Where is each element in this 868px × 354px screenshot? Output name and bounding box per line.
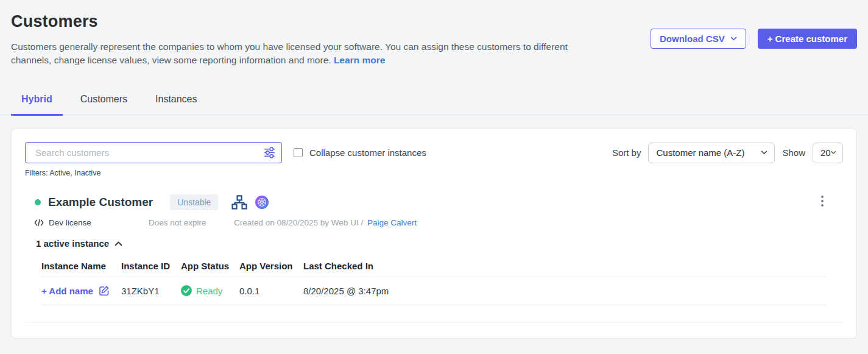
kubernetes-icon [255, 196, 269, 209]
sort-select-value: Customer name (A-Z) [656, 147, 744, 158]
customer-block: Example Customer Unstable [25, 193, 843, 322]
search-input[interactable] [25, 142, 282, 163]
collapse-instances-label: Collapse customer instances [309, 147, 426, 158]
instance-id-value: 31ZKbY1 [121, 286, 181, 296]
col-last-checked-in: Last Checked In [303, 261, 827, 271]
license-type-label: Dev license [49, 218, 91, 227]
sort-by-label: Sort by [612, 147, 641, 158]
add-name-label: + Add name [41, 286, 93, 296]
chevron-down-icon [831, 150, 836, 155]
code-icon [34, 219, 44, 227]
download-csv-button[interactable]: Download CSV [651, 29, 746, 49]
page-description-text: Customers generally represent the compan… [11, 41, 568, 65]
customer-menu-button[interactable] [817, 193, 827, 211]
instances-toggle-label: 1 active instance [36, 238, 109, 249]
chevron-down-icon [730, 37, 737, 41]
customers-card: Collapse customer instances Sort by Cust… [11, 128, 857, 339]
header-actions: Download CSV + Create customer [651, 29, 857, 49]
customer-name[interactable]: Example Customer [48, 196, 153, 209]
chevron-down-icon [761, 150, 767, 155]
expiration-text: Does not expire [149, 218, 234, 227]
col-app-version: App Version [239, 261, 303, 271]
edit-icon [99, 285, 110, 296]
customers-page: Customers Customers generally represent … [0, 0, 868, 354]
tab-customers[interactable]: Customers [70, 88, 138, 116]
app-status-value: Ready [196, 286, 222, 296]
sort-select[interactable]: Customer name (A-Z) [648, 143, 775, 163]
collapse-instances-checkbox[interactable] [294, 148, 303, 157]
tab-instances[interactable]: Instances [145, 88, 207, 116]
created-text: Created on 08/20/2025 by Web UI / Paige … [234, 218, 417, 227]
download-csv-label: Download CSV [660, 34, 725, 44]
col-instance-id: Instance ID [121, 261, 181, 271]
tab-bar: Hybrid Customers Instances [0, 88, 868, 115]
instance-table-header: Instance Name Instance ID App Status App… [41, 261, 827, 277]
tab-hybrid[interactable]: Hybrid [11, 88, 63, 116]
create-customer-button[interactable]: + Create customer [758, 29, 857, 49]
created-by-link[interactable]: Paige Calvert [367, 218, 417, 227]
instance-row: + Add name 31ZKbY1 [41, 277, 827, 305]
page-description: Customers generally represent the compan… [11, 40, 597, 67]
show-select-value: 20 [820, 147, 831, 158]
filter-sliders-icon[interactable] [264, 147, 275, 158]
customer-header-row: Example Customer Unstable [25, 193, 843, 211]
customer-meta-row: Dev license Does not expire Created on 0… [25, 218, 843, 227]
channel-badge: Unstable [170, 194, 218, 210]
customer-block-divider [25, 322, 843, 322]
kebab-dots-icon [821, 196, 824, 207]
active-status-dot [35, 199, 41, 205]
app-status-cell: Ready [181, 285, 239, 296]
check-circle-icon [181, 285, 192, 296]
license-type: Dev license [34, 218, 149, 227]
col-instance-name: Instance Name [41, 261, 121, 271]
sitemap-icon [231, 195, 247, 210]
instances-toggle[interactable]: 1 active instance [25, 238, 122, 249]
instance-table: Instance Name Instance ID App Status App… [41, 261, 827, 305]
collapse-instances-control: Collapse customer instances [294, 147, 426, 158]
search-customers [25, 142, 282, 163]
active-filters-text: Filters: Active, Inactive [25, 169, 843, 177]
toolbar-right: Sort by Customer name (A-Z) Show 20 [612, 143, 843, 163]
add-name-button[interactable]: + Add name [41, 285, 121, 296]
app-version-value: 0.0.1 [239, 286, 303, 296]
last-checked-in-value: 8/20/2025 @ 3:47pm [303, 286, 827, 296]
show-select[interactable]: 20 [813, 143, 843, 163]
chevron-up-icon [115, 241, 122, 246]
page-header: Customers Customers generally represent … [0, 0, 868, 67]
toolbar: Collapse customer instances Sort by Cust… [25, 142, 843, 163]
learn-more-link[interactable]: Learn more [334, 55, 385, 65]
col-app-status: App Status [181, 261, 239, 271]
show-label: Show [782, 147, 805, 158]
created-prefix: Created on 08/20/2025 by Web UI / [234, 218, 363, 227]
